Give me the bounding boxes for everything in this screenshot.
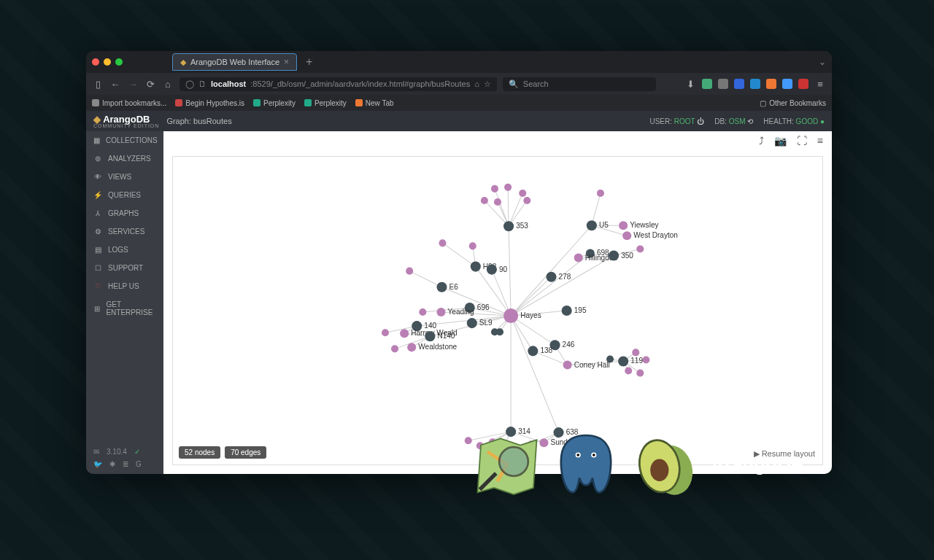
graph-node[interactable] bbox=[636, 245, 644, 252]
sidebar-item-services[interactable]: ⚙SERVICES bbox=[86, 222, 163, 241]
close-window-icon[interactable] bbox=[92, 58, 99, 66]
graph-node[interactable] bbox=[504, 184, 512, 191]
graph-node[interactable] bbox=[528, 346, 538, 356]
graph-node[interactable] bbox=[436, 282, 447, 292]
home-icon[interactable]: ⌂ bbox=[162, 79, 174, 90]
sidebar-item-views[interactable]: 👁VIEWS bbox=[86, 168, 163, 186]
fullscreen-icon[interactable]: ⛶ bbox=[797, 135, 807, 147]
refresh-icon[interactable]: ⟲ bbox=[747, 117, 753, 125]
tab-overflow-icon[interactable]: ⌄ bbox=[819, 57, 826, 67]
graph-node[interactable] bbox=[562, 306, 572, 316]
reload-icon[interactable]: ⟳ bbox=[144, 79, 156, 90]
stackoverflow-icon[interactable]: ≣ bbox=[123, 460, 128, 468]
graph-node[interactable] bbox=[436, 308, 445, 316]
sidebar-item-queries[interactable]: ⚡QUERIES bbox=[86, 186, 163, 204]
google-icon[interactable]: G bbox=[136, 460, 142, 468]
bookmark-star-icon[interactable]: ☆ bbox=[484, 79, 491, 89]
graph-node[interactable] bbox=[503, 308, 518, 323]
graph-node[interactable] bbox=[609, 250, 619, 260]
other-bookmarks[interactable]: ▢ Other Bookmarks bbox=[760, 99, 826, 107]
browser-tab[interactable]: ◆ ArangoDB Web Interface × bbox=[172, 53, 297, 71]
graph-node[interactable] bbox=[632, 349, 639, 356]
bookmark-item[interactable]: New Tab bbox=[355, 99, 394, 107]
ext-icon-5[interactable] bbox=[766, 79, 776, 89]
graph-node[interactable] bbox=[481, 197, 488, 204]
bookmark-item[interactable]: Perplexity bbox=[253, 99, 296, 107]
address-bar[interactable]: ◯ 🗋 localhost:8529/_db/osm/_admin/aardva… bbox=[180, 77, 497, 91]
graph-node[interactable] bbox=[523, 197, 530, 204]
graph-node[interactable] bbox=[407, 343, 416, 351]
browser-search[interactable]: 🔍 Search bbox=[503, 77, 656, 91]
sidebar-item-collections[interactable]: ▦COLLECTIONS bbox=[86, 131, 163, 149]
lock-icon[interactable]: 🗋 bbox=[198, 79, 207, 88]
power-icon[interactable]: ⏻ bbox=[697, 117, 704, 125]
nav-forward-icon[interactable]: → bbox=[127, 79, 139, 90]
bookmark-item[interactable]: Perplexity bbox=[304, 99, 347, 107]
ext-icon-6[interactable] bbox=[782, 79, 792, 89]
close-tab-icon[interactable]: × bbox=[284, 57, 289, 67]
graph-node[interactable] bbox=[546, 272, 556, 282]
ext-icon-4[interactable] bbox=[750, 79, 760, 89]
twitter-icon[interactable]: 🐦 bbox=[93, 460, 102, 468]
nav-back-icon[interactable]: ← bbox=[109, 79, 121, 90]
graph-node[interactable] bbox=[625, 368, 632, 375]
menu-icon[interactable]: ≡ bbox=[817, 135, 823, 147]
ext-icon-2[interactable] bbox=[718, 79, 728, 89]
graph-node[interactable] bbox=[419, 308, 426, 316]
graph-node[interactable] bbox=[636, 370, 644, 377]
sidebar-item-help-us[interactable]: ♡HELP US bbox=[86, 277, 163, 295]
graph-node[interactable] bbox=[587, 220, 597, 230]
graph-node[interactable] bbox=[494, 198, 501, 206]
share-icon[interactable]: ⤴ bbox=[759, 135, 764, 147]
graph-node[interactable] bbox=[465, 437, 472, 444]
graph-node[interactable] bbox=[491, 185, 498, 192]
graph-node[interactable] bbox=[503, 221, 514, 231]
ext-icon-1[interactable] bbox=[702, 79, 712, 89]
graph-node-label: 350 bbox=[621, 252, 633, 260]
status-user[interactable]: ROOT bbox=[674, 117, 695, 125]
graph-canvas[interactable]: Hayes353U5YiewsleyWest Drayton698Hilling… bbox=[172, 156, 823, 465]
sidebar-item-support[interactable]: ☐SUPPORT bbox=[86, 259, 163, 277]
status-db[interactable]: OSM bbox=[729, 117, 746, 125]
shield-icon[interactable]: ◯ bbox=[185, 79, 194, 89]
graph-node[interactable] bbox=[619, 221, 628, 230]
graph-node[interactable] bbox=[563, 360, 572, 369]
graph-node[interactable] bbox=[382, 329, 389, 336]
sidebar-item-analyzers[interactable]: ⊚ANALYZERS bbox=[86, 149, 163, 168]
graph-node[interactable] bbox=[469, 242, 476, 249]
minimize-window-icon[interactable] bbox=[104, 58, 111, 66]
sidebar-item-graphs[interactable]: ⅄GRAPHS bbox=[86, 204, 163, 222]
slack-icon[interactable]: ✱ bbox=[109, 460, 115, 468]
bookmark-item[interactable]: Import bookmarks... bbox=[92, 99, 166, 107]
bookmark-item[interactable]: Begin Hypothes.is bbox=[175, 99, 244, 107]
graph-node[interactable] bbox=[597, 190, 604, 197]
graph-node[interactable] bbox=[425, 331, 435, 341]
overflow-menu-icon[interactable]: ≡ bbox=[814, 79, 826, 90]
graph-node[interactable] bbox=[496, 328, 503, 335]
graph-node[interactable] bbox=[406, 268, 413, 275]
ext-icon-7[interactable] bbox=[798, 79, 808, 89]
maximize-window-icon[interactable] bbox=[115, 58, 123, 66]
sidebar-item-logs[interactable]: ▤LOGS bbox=[86, 241, 163, 259]
window-controls[interactable] bbox=[92, 58, 123, 66]
graph-node[interactable] bbox=[519, 190, 526, 197]
graph-node[interactable] bbox=[574, 253, 583, 262]
sidebar-toggle-icon[interactable]: ▯ bbox=[92, 79, 104, 90]
install-icon[interactable]: ⌂ bbox=[474, 79, 479, 88]
camera-icon[interactable]: 📷 bbox=[774, 135, 787, 147]
graph-node[interactable] bbox=[622, 231, 631, 240]
graph-node[interactable] bbox=[391, 345, 398, 352]
new-tab-button[interactable]: + bbox=[303, 55, 315, 69]
download-icon[interactable]: ⬇ bbox=[684, 79, 696, 90]
sidebar-item-get-enterprise[interactable]: ⊞GET ENTERPRISE bbox=[86, 295, 163, 322]
graph-node[interactable] bbox=[467, 318, 477, 328]
graph-node[interactable] bbox=[487, 265, 497, 275]
graph-node[interactable] bbox=[439, 239, 446, 246]
mail-icon[interactable]: ✉ bbox=[93, 448, 99, 456]
graph-node[interactable] bbox=[642, 356, 649, 363]
graph-node[interactable] bbox=[400, 329, 409, 338]
graph-node[interactable] bbox=[618, 356, 628, 366]
app-logo[interactable]: ◆ ArangoDB COMMUNITY EDITION bbox=[93, 114, 159, 128]
graph-node[interactable] bbox=[471, 262, 481, 272]
ext-icon-3[interactable] bbox=[734, 79, 744, 89]
